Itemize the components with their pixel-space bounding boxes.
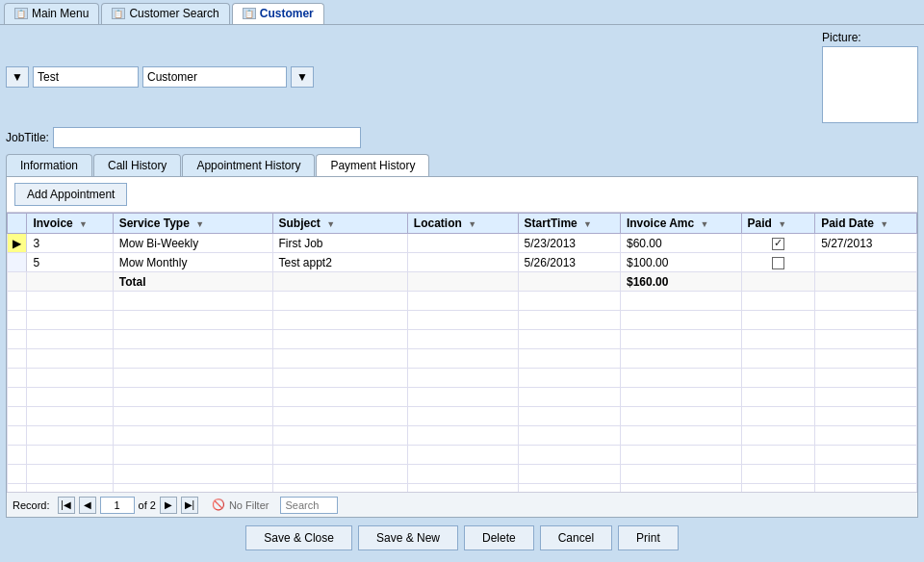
- table-row[interactable]: ▶ 3 Mow Bi-Weekly First Job 5/23/2013 $6…: [8, 234, 917, 253]
- table-row[interactable]: 5 Mow Monthly Test appt2 5/26/2013 $100.…: [8, 253, 917, 272]
- empty-starttime: [518, 330, 620, 349]
- col-header-service-type[interactable]: Service Type ▼: [113, 214, 272, 234]
- search-input[interactable]: [280, 497, 338, 514]
- cell-paid[interactable]: [741, 234, 815, 253]
- last-name-input[interactable]: [142, 66, 287, 88]
- customer-header: ▼ ▼ Picture:: [6, 31, 918, 123]
- empty-invoice: [27, 484, 113, 493]
- empty-indicator: [8, 465, 27, 484]
- print-button[interactable]: Print: [618, 525, 679, 550]
- empty-invoice: [27, 311, 113, 330]
- suffix-dropdown[interactable]: ▼: [291, 66, 314, 88]
- empty-subject: [272, 484, 407, 493]
- col-header-location[interactable]: Location ▼: [407, 214, 518, 234]
- empty-starttime: [518, 426, 620, 446]
- cell-paid[interactable]: [741, 253, 815, 272]
- empty-paiddate: [815, 465, 917, 484]
- cell-location: [407, 234, 518, 253]
- cell-location: [407, 253, 518, 272]
- empty-amount: [620, 426, 741, 446]
- empty-location: [407, 369, 518, 388]
- top-tab-main-menu[interactable]: 📋Main Menu: [4, 3, 99, 24]
- record-number-input[interactable]: [100, 497, 135, 514]
- empty-location: [407, 426, 518, 446]
- add-appointment-container: Add Appointment: [7, 177, 917, 212]
- empty-paiddate: [815, 349, 917, 369]
- checkbox-checked[interactable]: [772, 238, 784, 250]
- add-appointment-button[interactable]: Add Appointment: [14, 183, 127, 206]
- empty-subject: [272, 407, 407, 426]
- cell-service-type: Mow Monthly: [113, 253, 272, 272]
- col-header-subject[interactable]: Subject ▼: [272, 214, 407, 234]
- empty-amount: [620, 369, 741, 388]
- empty-row: [8, 407, 917, 426]
- empty-service: [113, 369, 272, 388]
- empty-location: [407, 349, 518, 369]
- cell-invoice-amount: $100.00: [620, 253, 741, 272]
- col-header-invoice-amount[interactable]: Invoice Amc ▼: [620, 214, 741, 234]
- nav-prev-button[interactable]: ◀: [79, 497, 96, 514]
- nav-next-button[interactable]: ▶: [160, 497, 177, 514]
- empty-location: [407, 407, 518, 426]
- save-new-button[interactable]: Save & New: [358, 525, 458, 550]
- empty-location: [407, 292, 518, 311]
- empty-subject: [272, 446, 407, 465]
- nav-first-button[interactable]: |◀: [58, 497, 75, 514]
- first-name-input[interactable]: [33, 66, 139, 88]
- top-tab-label-customer-search: Customer Search: [129, 7, 218, 20]
- empty-invoice: [27, 349, 113, 369]
- data-grid: Invoice ▼ Service Type ▼ Subject ▼ Locat…: [7, 212, 917, 492]
- empty-indicator: [8, 446, 27, 465]
- checkbox-unchecked[interactable]: [772, 257, 784, 269]
- table-body: ▶ 3 Mow Bi-Weekly First Job 5/23/2013 $6…: [8, 234, 917, 493]
- inner-tab-appointment-history[interactable]: Appointment History: [182, 154, 315, 176]
- empty-service: [113, 484, 272, 493]
- top-tab-customer[interactable]: 📋Customer: [232, 3, 324, 24]
- empty-paid: [741, 388, 815, 407]
- empty-paiddate: [815, 484, 917, 493]
- delete-button[interactable]: Delete: [464, 525, 534, 550]
- top-tab-label-customer: Customer: [260, 7, 314, 20]
- inner-tab-call-history[interactable]: Call History: [93, 154, 181, 176]
- empty-amount: [620, 407, 741, 426]
- empty-row: [8, 388, 917, 407]
- prefix-dropdown[interactable]: ▼: [6, 66, 29, 88]
- total-label-cell: [27, 272, 113, 292]
- total-label: Total: [113, 272, 272, 292]
- empty-amount: [620, 388, 741, 407]
- empty-location: [407, 311, 518, 330]
- total-paiddate: [815, 272, 917, 292]
- col-header-start-time[interactable]: StartTime ▼: [518, 214, 620, 234]
- empty-invoice: [27, 407, 113, 426]
- inner-tab-payment-history[interactable]: Payment History: [316, 154, 429, 176]
- col-header-paid[interactable]: Paid ▼: [741, 214, 815, 234]
- tab-icon-customer: 📋: [243, 8, 256, 19]
- total-amount: $160.00: [620, 272, 741, 292]
- col-header-invoice[interactable]: Invoice ▼: [27, 214, 113, 234]
- cell-start-time: 5/23/2013: [518, 234, 620, 253]
- cell-start-time: 5/26/2013: [518, 253, 620, 272]
- empty-starttime: [518, 292, 620, 311]
- empty-service: [113, 388, 272, 407]
- empty-starttime: [518, 349, 620, 369]
- inner-tab-information[interactable]: Information: [6, 154, 92, 176]
- jobtitle-input[interactable]: [53, 127, 361, 148]
- empty-indicator: [8, 484, 27, 493]
- picture-box: Picture:: [822, 31, 918, 123]
- empty-starttime: [518, 388, 620, 407]
- empty-indicator: [8, 330, 27, 349]
- empty-row: [8, 349, 917, 369]
- empty-invoice: [27, 369, 113, 388]
- cancel-button[interactable]: Cancel: [540, 525, 612, 550]
- empty-location: [407, 330, 518, 349]
- appointments-table: Invoice ▼ Service Type ▼ Subject ▼ Locat…: [7, 213, 917, 492]
- empty-paiddate: [815, 369, 917, 388]
- nav-last-button[interactable]: ▶|: [181, 497, 198, 514]
- col-header-paid-date[interactable]: Paid Date ▼: [815, 214, 917, 234]
- save-close-button[interactable]: Save & Close: [245, 525, 352, 550]
- table-header: Invoice ▼ Service Type ▼ Subject ▼ Locat…: [8, 214, 917, 234]
- top-tab-customer-search[interactable]: 📋Customer Search: [101, 3, 229, 24]
- empty-paiddate: [815, 446, 917, 465]
- filter-status: 🚫 No Filter: [212, 498, 270, 511]
- record-label: Record:: [13, 499, 50, 511]
